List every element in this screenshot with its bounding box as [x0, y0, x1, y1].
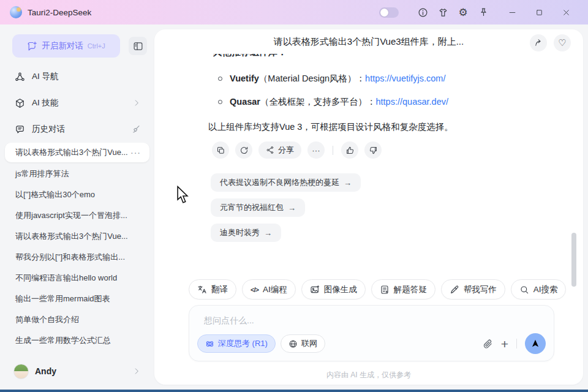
- library-link[interactable]: https://quasar.dev/: [375, 97, 448, 107]
- sidebar-item-label: 历史对话: [32, 124, 65, 135]
- history-item-label: 请以表格形式输出3个热门Vue...: [15, 147, 128, 158]
- feature-label: 图像生成: [324, 284, 357, 295]
- pin-icon[interactable]: [474, 3, 492, 21]
- more-actions-button[interactable]: ···: [307, 141, 325, 159]
- avatar: [13, 364, 29, 379]
- collapse-sidebar-button[interactable]: [129, 37, 147, 55]
- feature-translate[interactable]: 翻译: [189, 279, 236, 300]
- titlebar: Tauri2-DeepSeek ⚙: [0, 0, 588, 24]
- suggestion-list: 代表提议遏制不良网络热梗的蔓延 → 元宵节的祝福红包 → 迪奥时装秀 →: [211, 173, 583, 242]
- minimize-button[interactable]: [499, 3, 526, 21]
- history-item[interactable]: 以['']格式输出30个emo: [5, 184, 149, 205]
- more-options-icon[interactable]: ···: [130, 148, 141, 157]
- history-item[interactable]: 简单做个自我介绍: [5, 309, 149, 330]
- heart-icon: ♡: [558, 38, 566, 47]
- info-icon[interactable]: [413, 3, 432, 21]
- feature-image-generation[interactable]: 图像生成: [301, 279, 366, 300]
- theme-toggle-switch[interactable]: [379, 7, 399, 18]
- feature-homework-help[interactable]: 解题答疑: [371, 279, 435, 300]
- history-item[interactable]: 使用javascript实现一个冒泡排...: [5, 205, 149, 226]
- clipped-message-line: 其他推荐组件库：: [213, 54, 583, 59]
- feature-shortcuts: 翻译 </> AI编程 图像生成 解题答疑 帮我写作 AI搜索: [189, 279, 583, 300]
- clear-history-broom-icon[interactable]: [131, 124, 141, 134]
- taskbar-edge: [0, 390, 588, 392]
- user-profile-row[interactable]: Andy: [0, 358, 154, 385]
- history-item-label: 简单做个自我介绍: [15, 314, 79, 325]
- plus-icon: +: [501, 337, 508, 350]
- user-name: Andy: [35, 366, 126, 376]
- suggestion-chip[interactable]: 元宵节的祝福红包 →: [211, 198, 305, 217]
- history-item-label: 不同编程语言输出hello world: [15, 273, 117, 284]
- bullet-list: Vuetify（Material Design风格）：https://vueti…: [218, 72, 583, 108]
- history-item[interactable]: 请以表格形式输出3个热门Vue...: [5, 226, 149, 247]
- history-item-active[interactable]: 请以表格形式输出3个热门Vue... ···: [5, 143, 149, 162]
- history-item-label: 以['']格式输出30个emo: [15, 189, 95, 200]
- divider: [333, 146, 333, 155]
- maximize-button[interactable]: [526, 3, 552, 21]
- translate-icon: [197, 285, 207, 295]
- history-item[interactable]: 帮我分别以['']和表格形式输出...: [5, 247, 149, 268]
- share-chat-button[interactable]: [530, 34, 547, 51]
- arrow-right-icon: →: [288, 203, 296, 213]
- pen-icon: [450, 285, 459, 295]
- web-search-toggle[interactable]: 联网: [281, 334, 325, 353]
- panel-toggle-icon: [133, 41, 143, 51]
- feature-label: 帮我写作: [464, 284, 497, 295]
- new-chat-button[interactable]: 开启新对话 Ctrl+J: [12, 34, 120, 58]
- library-link[interactable]: https://vuetifyjs.com/: [365, 74, 445, 83]
- thumbs-up-icon: [345, 146, 355, 155]
- network-icon: [15, 72, 25, 82]
- add-button[interactable]: +: [501, 337, 508, 350]
- library-name: Vuetify: [230, 74, 259, 83]
- sidebar-item-ai-nav[interactable]: AI 导航: [0, 69, 154, 84]
- prompt-input[interactable]: [204, 315, 535, 330]
- thumbs-up-button[interactable]: [341, 141, 358, 159]
- feature-writing-help[interactable]: 帮我写作: [441, 279, 505, 300]
- send-button[interactable]: [525, 333, 546, 354]
- suggestion-label: 元宵节的祝福红包: [220, 202, 284, 213]
- history-item[interactable]: 不同编程语言输出hello world: [5, 268, 149, 288]
- history-item-label: 输出一些常用mermaid图表: [15, 293, 110, 304]
- arrow-right-icon: →: [264, 228, 272, 238]
- thumbs-down-icon: [369, 146, 378, 155]
- history-item[interactable]: 生成一些常用数学公式汇总: [5, 330, 149, 351]
- thumbs-down-button[interactable]: [364, 141, 382, 159]
- feature-ai-coding[interactable]: </> AI编程: [242, 279, 296, 300]
- suggestion-chip[interactable]: 迪奥时装秀 →: [211, 224, 281, 242]
- close-button[interactable]: [552, 3, 579, 21]
- deep-think-toggle[interactable]: 深度思考 (R1): [197, 334, 276, 353]
- sidebar-item-ai-skills[interactable]: AI 技能: [0, 96, 154, 110]
- sidebar-item-label: AI 导航: [32, 71, 59, 82]
- attach-file-button[interactable]: [483, 339, 493, 349]
- image-icon: [310, 285, 320, 295]
- theme-shirt-icon[interactable]: [434, 3, 452, 21]
- chevron-right-icon: [132, 99, 141, 107]
- more-horizontal-icon: ···: [312, 146, 320, 155]
- bullet-item: Vuetify（Material Design风格）：https://vueti…: [218, 72, 583, 85]
- history-item-label: 生成一些常用数学公式汇总: [15, 335, 111, 346]
- feature-label: 解题答疑: [394, 284, 427, 295]
- message-area: 其他推荐组件库： Vuetify（Material Design风格）：http…: [154, 54, 583, 380]
- divider: [516, 339, 517, 349]
- copy-button[interactable]: [212, 141, 229, 159]
- settings-gear-icon[interactable]: ⚙: [454, 3, 472, 21]
- history-item[interactable]: 输出一些常用mermaid图表: [5, 288, 149, 309]
- history-item-label: 请以表格形式输出3个热门Vue...: [15, 231, 128, 242]
- sidebar-item-label: AI 技能: [32, 97, 59, 108]
- library-name: Quasar: [230, 97, 260, 107]
- new-chat-icon: [27, 41, 37, 51]
- app-title: Tauri2-DeepSeek: [28, 8, 91, 17]
- feature-ai-search[interactable]: AI搜索: [511, 279, 567, 300]
- copy-icon: [216, 146, 225, 155]
- history-item[interactable]: js常用排序算法: [5, 164, 149, 184]
- share-message-button[interactable]: 分享: [258, 141, 301, 159]
- chevron-right-icon: [132, 367, 141, 375]
- sidebar-item-history[interactable]: 历史对话: [0, 122, 154, 137]
- chat-header: 请以表格形式输出3个热门Vue3组件库，附上... ♡: [154, 29, 583, 54]
- scrollbar-thumb[interactable]: [571, 233, 576, 287]
- favorite-button[interactable]: ♡: [554, 34, 571, 51]
- suggestion-label: 代表提议遏制不良网络热梗的蔓延: [220, 177, 339, 188]
- library-desc: （全栈框架，支持多平台）：: [260, 97, 376, 107]
- regenerate-button[interactable]: [235, 141, 252, 159]
- suggestion-chip[interactable]: 代表提议遏制不良网络热梗的蔓延 →: [211, 173, 361, 192]
